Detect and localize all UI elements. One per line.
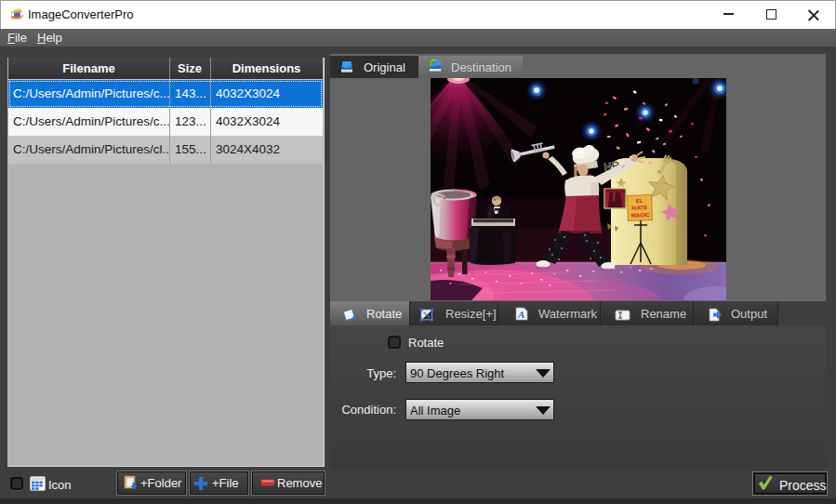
svg-text:XIATE: XIATE — [631, 205, 647, 211]
svg-text:A: A — [517, 309, 524, 320]
svg-text:EL: EL — [636, 198, 644, 204]
svg-text:MAGIC: MAGIC — [631, 212, 651, 219]
